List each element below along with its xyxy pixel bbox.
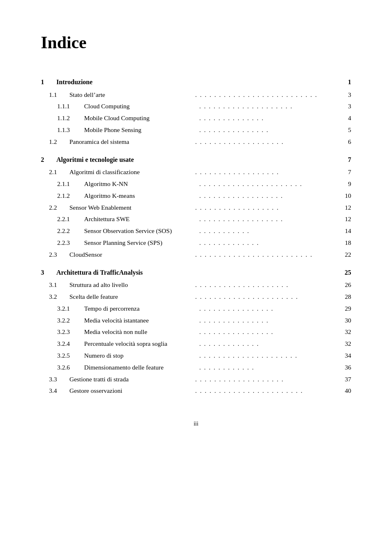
toc-page-16: 26 [341, 280, 351, 290]
toc-title-12: Sensor Observation Service (SOS) [84, 226, 198, 236]
toc-page-4: 5 [341, 125, 351, 135]
toc-dots-22: . . . . . . . . . . . . . . . . . . . . … [199, 351, 340, 361]
toc-page-20: 32 [341, 327, 351, 337]
toc-page-2: 3 [341, 101, 351, 112]
toc-dots-4: . . . . . . . . . . . . . . . [199, 125, 340, 135]
toc-entry-14: 2.3CloudSensor. . . . . . . . . . . . . … [41, 250, 351, 260]
toc-title-14: CloudSensor [69, 250, 194, 260]
toc-number-19: 3.2.2 [57, 316, 84, 326]
toc-number-21: 3.2.4 [57, 339, 84, 349]
toc-entry-15: 3Architettura di TrafficAnalysis25 [41, 267, 351, 278]
toc-number-15: 3 [41, 267, 56, 278]
toc-page-25: 40 [341, 386, 351, 396]
toc-number-11: 2.2.1 [57, 214, 84, 224]
toc-number-0: 1 [41, 77, 56, 87]
toc-title-1: Stato dell’arte [69, 90, 194, 100]
toc-entry-25: 3.4Gestore osservazioni. . . . . . . . .… [41, 386, 351, 396]
toc-number-20: 3.2.3 [57, 327, 84, 337]
toc-number-5: 1.2 [49, 137, 69, 147]
toc-entry-3: 1.1.2Mobile Cloud Computing. . . . . . .… [41, 113, 351, 123]
toc-entry-23: 3.2.6Dimensionamento delle feature. . . … [41, 363, 351, 373]
toc-dots-20: . . . . . . . . . . . . . . . . [199, 327, 340, 337]
toc-entry-19: 3.2.2Media velocità istantanee. . . . . … [41, 316, 351, 326]
toc-entry-21: 3.2.4Percentuale velocità sopra soglia. … [41, 339, 351, 349]
toc-dots-19: . . . . . . . . . . . . . . . [199, 316, 340, 326]
toc-entry-24: 3.3Gestione tratti di strada. . . . . . … [41, 374, 351, 385]
toc-page-0: 1 [341, 77, 351, 87]
toc-page-14: 22 [341, 250, 351, 260]
toc-dots-7: . . . . . . . . . . . . . . . . . . [195, 167, 340, 177]
toc-container: 1Introduzione11.1Stato dell’arte. . . . … [41, 77, 351, 396]
toc-number-10: 2.2 [49, 203, 69, 213]
toc-dots-17: . . . . . . . . . . . . . . . . . . . . … [195, 292, 340, 302]
toc-entry-9: 2.1.2Algoritmo K-means. . . . . . . . . … [41, 191, 351, 201]
toc-title-3: Mobile Cloud Computing [84, 113, 198, 123]
toc-entry-7: 2.1Algoritmi di classificazione. . . . .… [41, 167, 351, 177]
toc-page-6: 7 [341, 155, 351, 165]
toc-dots-5: . . . . . . . . . . . . . . . . . . . [195, 137, 340, 147]
toc-number-12: 2.2.2 [57, 226, 84, 236]
toc-number-4: 1.1.3 [57, 125, 84, 135]
toc-entry-0: 1Introduzione1 [41, 77, 351, 87]
toc-entry-12: 2.2.2Sensor Observation Service (SOS). .… [41, 226, 351, 236]
toc-number-7: 2.1 [49, 167, 69, 177]
toc-page-18: 29 [341, 304, 351, 314]
toc-title-22: Numero di stop [84, 351, 198, 361]
toc-page-24: 37 [341, 374, 351, 385]
toc-title-23: Dimensionamento delle feature [84, 363, 198, 373]
toc-dots-3: . . . . . . . . . . . . . . [199, 113, 340, 123]
toc-dots-24: . . . . . . . . . . . . . . . . . . . [195, 374, 340, 385]
toc-page-13: 18 [341, 238, 351, 248]
toc-entry-18: 3.2.1Tempo di percorrenza. . . . . . . .… [41, 304, 351, 314]
toc-entry-17: 3.2Scelta delle feature. . . . . . . . .… [41, 292, 351, 302]
toc-number-24: 3.3 [49, 374, 69, 385]
toc-number-1: 1.1 [49, 90, 69, 100]
toc-entry-20: 3.2.3Media velocità non nulle. . . . . .… [41, 327, 351, 337]
toc-page-3: 4 [341, 113, 351, 123]
toc-title-11: Architettura SWE [84, 214, 198, 224]
toc-dots-10: . . . . . . . . . . . . . . . . . . [195, 203, 340, 213]
toc-number-18: 3.2.1 [57, 304, 84, 314]
toc-entry-8: 2.1.1Algoritmo K-NN. . . . . . . . . . .… [41, 179, 351, 189]
toc-number-9: 2.1.2 [57, 191, 84, 201]
toc-number-17: 3.2 [49, 292, 69, 302]
toc-page-11: 12 [341, 214, 351, 224]
toc-number-13: 2.2.3 [57, 238, 84, 248]
toc-dots-18: . . . . . . . . . . . . . . . . [199, 304, 340, 314]
toc-dots-2: . . . . . . . . . . . . . . . . . . . . [199, 101, 340, 112]
toc-title-21: Percentuale velocità sopra soglia [84, 339, 198, 349]
toc-number-8: 2.1.1 [57, 179, 84, 189]
page-footer: iii [41, 421, 351, 427]
toc-entry-5: 1.2Panoramica del sistema. . . . . . . .… [41, 137, 351, 147]
toc-dots-12: . . . . . . . . . . . [199, 226, 340, 236]
toc-title-6: Algoritmi e tecnologie usate [56, 155, 189, 165]
toc-entry-16: 3.1Struttura ad alto livello. . . . . . … [41, 280, 351, 290]
toc-title-24: Gestione tratti di strada [69, 374, 194, 385]
toc-page-1: 3 [341, 90, 351, 100]
toc-entry-10: 2.2Sensor Web Enablement. . . . . . . . … [41, 203, 351, 213]
toc-title-10: Sensor Web Enablement [69, 203, 194, 213]
toc-entry-6: 2Algoritmi e tecnologie usate7 [41, 155, 351, 165]
toc-title-13: Sensor Planning Service (SPS) [84, 238, 198, 248]
toc-title-9: Algoritmo K-means [84, 191, 198, 201]
toc-dots-14: . . . . . . . . . . . . . . . . . . . . … [195, 250, 340, 260]
toc-dots-25: . . . . . . . . . . . . . . . . . . . . … [195, 386, 340, 396]
toc-dots-9: . . . . . . . . . . . . . . . . . . [199, 191, 340, 201]
toc-page-15: 25 [341, 267, 351, 278]
toc-dots-11: . . . . . . . . . . . . . . . . . . [199, 214, 340, 224]
toc-entry-1: 1.1Stato dell’arte. . . . . . . . . . . … [41, 90, 351, 100]
toc-page-21: 32 [341, 339, 351, 349]
toc-dots-23: . . . . . . . . . . . . [199, 363, 340, 373]
toc-number-2: 1.1.1 [57, 101, 84, 112]
toc-number-16: 3.1 [49, 280, 69, 290]
toc-title-7: Algoritmi di classificazione [69, 167, 194, 177]
toc-dots-21: . . . . . . . . . . . . . [199, 339, 340, 349]
toc-number-22: 3.2.5 [57, 351, 84, 361]
toc-title-5: Panoramica del sistema [69, 137, 194, 147]
toc-entry-13: 2.2.3Sensor Planning Service (SPS). . . … [41, 238, 351, 248]
page-title: Indice [41, 33, 351, 52]
toc-number-23: 3.2.6 [57, 363, 84, 373]
toc-title-18: Tempo di percorrenza [84, 304, 198, 314]
toc-page-8: 9 [341, 179, 351, 189]
toc-title-20: Media velocità non nulle [84, 327, 198, 337]
